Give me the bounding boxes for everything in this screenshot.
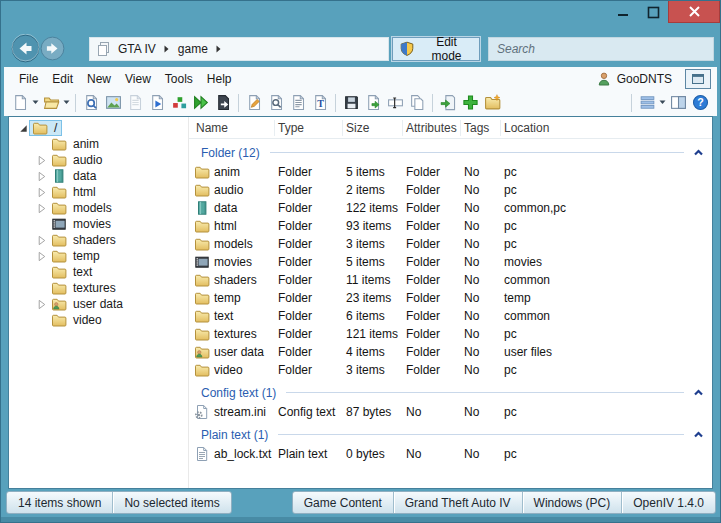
file-row-audio[interactable]: audioFolder2 itemsFolderNopc xyxy=(189,181,712,199)
menu-new[interactable]: New xyxy=(80,70,118,88)
tree-item-movies[interactable]: movies xyxy=(9,216,188,232)
data-icon xyxy=(193,200,210,216)
menu-help[interactable]: Help xyxy=(200,70,239,88)
group-collapse-icon[interactable] xyxy=(693,147,704,158)
column-header-attributes[interactable]: Attributes xyxy=(403,120,461,136)
font-viewer-button[interactable]: T xyxy=(309,92,331,113)
menu-view[interactable]: View xyxy=(118,70,158,88)
file-location-cell: user files xyxy=(501,345,712,359)
tree-expander-closed-icon[interactable] xyxy=(36,155,47,166)
tree-item-html[interactable]: html xyxy=(9,184,188,200)
list-view-dropdown-arrow-icon[interactable] xyxy=(658,92,667,113)
tree-expander-closed-icon[interactable] xyxy=(36,251,47,262)
tree-expander-open-icon[interactable] xyxy=(18,123,29,134)
group-collapse-icon[interactable] xyxy=(693,429,704,440)
import-button[interactable] xyxy=(437,92,459,113)
file-row-stream-ini[interactable]: stream.iniConfig text87 bytesNoNopc xyxy=(189,403,712,421)
close-button[interactable] xyxy=(668,1,720,23)
new-folder-button[interactable] xyxy=(481,92,503,113)
column-header-location[interactable]: Location xyxy=(501,120,712,136)
tree-item-label: models xyxy=(69,201,116,215)
file-attributes-cell: No xyxy=(403,447,461,461)
tree-item-models[interactable]: models xyxy=(9,200,188,216)
group-collapse-icon[interactable] xyxy=(693,387,704,398)
new-file-button[interactable] xyxy=(9,92,31,113)
export-button[interactable] xyxy=(362,92,384,113)
file-location-cell: common,pc xyxy=(501,201,712,215)
tree-item-root[interactable]: / xyxy=(9,120,188,136)
open-folder-dropdown-arrow-icon[interactable] xyxy=(62,92,71,113)
tree-item-temp[interactable]: temp xyxy=(9,248,188,264)
tree-expander-closed-icon[interactable] xyxy=(36,299,47,310)
view-file-button[interactable] xyxy=(265,92,287,113)
rename-button[interactable] xyxy=(384,92,406,113)
file-row-ab-lock-txt[interactable]: ab_lock.txtPlain text0 bytesNoNopc xyxy=(189,445,712,463)
file-name-cell: anim xyxy=(189,164,275,180)
tree-item-text[interactable]: text xyxy=(9,264,188,280)
window-mode-button[interactable] xyxy=(685,69,711,89)
column-header-name[interactable]: Name xyxy=(189,120,275,136)
file-row-textures[interactable]: texturesFolder121 itemsFolderNopc xyxy=(189,325,712,343)
breadcrumb-arrow-icon[interactable] xyxy=(162,45,172,53)
file-row-html[interactable]: htmlFolder93 itemsFolderNopc xyxy=(189,217,712,235)
edit-mode-button[interactable]: Edit mode xyxy=(392,37,480,61)
edit-file-button[interactable] xyxy=(243,92,265,113)
media-player-button[interactable] xyxy=(146,92,168,113)
minimize-button[interactable] xyxy=(608,1,638,23)
breadcrumb[interactable]: GTA IVgame xyxy=(89,37,389,61)
file-row-user-data[interactable]: user dataFolder4 itemsFolderNouser files xyxy=(189,343,712,361)
tree-item-user-data[interactable]: user data xyxy=(9,296,188,312)
tree-item-audio[interactable]: audio xyxy=(9,152,188,168)
menu-edit[interactable]: Edit xyxy=(45,70,80,88)
breadcrumb-item-gta-iv[interactable]: GTA IV xyxy=(112,42,162,56)
run-script-button[interactable] xyxy=(190,92,212,113)
texture-viewer-button[interactable] xyxy=(102,92,124,113)
tree-item-textures[interactable]: textures xyxy=(9,280,188,296)
text-viewer-button[interactable] xyxy=(287,92,309,113)
file-row-data[interactable]: dataFolder122 itemsFolderNocommon,pc xyxy=(189,199,712,217)
split-panel-button[interactable] xyxy=(667,92,689,113)
tree-item-label: data xyxy=(69,169,100,183)
column-header-size[interactable]: Size xyxy=(343,120,403,136)
list-view-button[interactable] xyxy=(636,92,658,113)
tree-expander-closed-icon[interactable] xyxy=(36,171,47,182)
preview-button[interactable] xyxy=(80,92,102,113)
help-button[interactable]: ? xyxy=(689,92,711,113)
file-row-shaders[interactable]: shadersFolder11 itemsFolderNocommon xyxy=(189,271,712,289)
column-header-type[interactable]: Type xyxy=(275,120,343,136)
breadcrumb-item-game[interactable]: game xyxy=(172,42,214,56)
search-input[interactable] xyxy=(488,37,714,61)
model-viewer-button[interactable] xyxy=(168,92,190,113)
export-dark-button[interactable] xyxy=(212,92,234,113)
add-button[interactable] xyxy=(459,92,481,113)
tree-expander-closed-icon[interactable] xyxy=(36,235,47,246)
menu-tools[interactable]: Tools xyxy=(158,70,200,88)
file-row-temp[interactable]: tempFolder23 itemsFolderNotemp xyxy=(189,289,712,307)
file-row-text[interactable]: textFolder6 itemsFolderNocommon xyxy=(189,307,712,325)
forward-button[interactable] xyxy=(40,36,65,61)
breadcrumb-arrow-icon[interactable] xyxy=(214,45,224,53)
menu-file[interactable]: File xyxy=(12,70,45,88)
back-button[interactable] xyxy=(11,34,40,63)
file-row-video[interactable]: videoFolder3 itemsFolderNopc xyxy=(189,361,712,379)
file-row-movies[interactable]: moviesFolder5 itemsFolderNomovies xyxy=(189,253,712,271)
tree-item-anim[interactable]: anim xyxy=(9,136,188,152)
tree-item-video[interactable]: video xyxy=(9,312,188,328)
file-row-models[interactable]: modelsFolder3 itemsFolderNopc xyxy=(189,235,712,253)
status-game-name: Grand Theft Auto IV xyxy=(393,492,522,513)
tree-expander-closed-icon[interactable] xyxy=(36,187,47,198)
column-header-tags[interactable]: Tags xyxy=(461,120,501,136)
title-bar[interactable] xyxy=(1,1,720,31)
tree-item-shaders[interactable]: shaders xyxy=(9,232,188,248)
open-folder-button[interactable] xyxy=(40,92,62,113)
tree-expander-closed-icon[interactable] xyxy=(36,203,47,214)
save-button[interactable] xyxy=(340,92,362,113)
file-row-anim[interactable]: animFolder5 itemsFolderNopc xyxy=(189,163,712,181)
file-type-cell: Folder xyxy=(275,291,343,305)
folder-icon xyxy=(50,313,67,328)
tree-item-data[interactable]: data xyxy=(9,168,188,184)
new-file-dropdown-arrow-icon[interactable] xyxy=(31,92,40,113)
copy-button[interactable] xyxy=(406,92,428,113)
maximize-button[interactable] xyxy=(638,1,668,23)
tree-item-label: / xyxy=(50,121,61,135)
